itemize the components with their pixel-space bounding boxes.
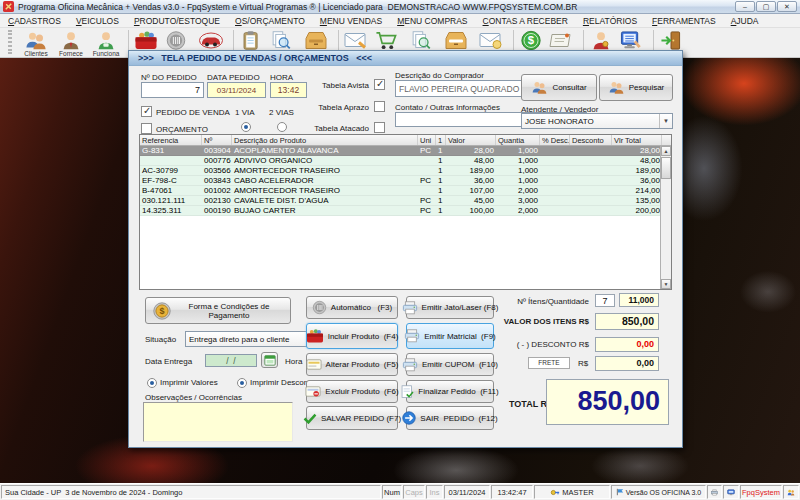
quote-checkbox[interactable] xyxy=(141,123,152,134)
two-copies-radio[interactable] xyxy=(277,122,287,132)
print-discounts-radio[interactable] xyxy=(237,378,247,388)
menu-item[interactable]: CONTAS A RECEBER xyxy=(483,16,568,26)
barcode-button[interactable] xyxy=(163,30,189,51)
grid-vertical-scrollbar[interactable]: ▲ ▼ xyxy=(660,146,671,289)
menu-item[interactable]: VEICULOS xyxy=(76,16,119,26)
order-date-field[interactable] xyxy=(207,82,266,98)
price-table-wholesale-label: Tabela Atacado xyxy=(307,124,369,133)
application-window: Programa Oficina Mecânica + Vendas v3.0 … xyxy=(0,0,800,500)
delete-product-button[interactable]: Excluir Produto (F6) xyxy=(306,380,398,403)
window-title-bar[interactable]: Programa Oficina Mecânica + Vendas v3.0 … xyxy=(0,0,800,14)
status-users[interactable] xyxy=(783,485,799,499)
dialog-title-bar[interactable]: >>> TELA PEDIDO DE VENDAS / ORÇAMENTOS <… xyxy=(129,51,682,66)
delivery-date-label: Data Entrega xyxy=(145,357,192,366)
status-location: Sua Cidade - UP 3 de Novembro de 2024 - … xyxy=(1,485,381,499)
menu-item[interactable]: AJUDA xyxy=(731,16,759,26)
receive-mail-button[interactable] xyxy=(478,30,504,51)
supplier-button[interactable]: Fornece xyxy=(58,30,84,57)
maximize-button[interactable]: ▢ xyxy=(756,1,776,12)
sale-order-checkbox[interactable] xyxy=(141,106,152,117)
grid-body: G-831 003904 ACOPLAMENTO ALAVANCA PC 1 2… xyxy=(140,146,671,216)
table-row[interactable]: 14.325.311 000190 BUJAO CARTER PC 1 100,… xyxy=(140,206,671,216)
admin-user-button[interactable] xyxy=(583,30,609,51)
status-printer[interactable] xyxy=(707,485,722,499)
table-row[interactable]: AC-30799 003566 AMORTECEDOR TRASEIRO 1 1… xyxy=(140,166,671,176)
order-number-field[interactable] xyxy=(141,82,204,98)
clients-icon xyxy=(24,30,48,51)
freight-button[interactable]: FRETE xyxy=(528,357,570,369)
calendar-icon xyxy=(264,354,276,366)
svg-text:$: $ xyxy=(527,34,534,46)
search-orders-icon xyxy=(409,30,433,51)
finalize-order-button[interactable]: Finalizar Pedido (F11) xyxy=(406,380,494,403)
one-copy-radio[interactable] xyxy=(241,122,251,132)
menu-item[interactable]: OS/ORÇAMENTO xyxy=(235,16,305,26)
exit-order-button[interactable]: SAIR PEDIDO (F12) xyxy=(406,406,494,430)
service-order-button[interactable] xyxy=(233,30,259,51)
edit-product-button[interactable]: Alterar Produto (F5) xyxy=(306,353,398,376)
vehicles-button[interactable] xyxy=(198,30,224,51)
send-mail-icon xyxy=(344,30,368,51)
order-time-field[interactable] xyxy=(270,82,307,98)
notes-label: Observações / Ocorrências xyxy=(145,393,242,402)
search-documents-icon xyxy=(269,30,293,51)
exit-button[interactable] xyxy=(653,30,679,51)
employee-button[interactable]: Funciona xyxy=(93,30,119,57)
consult-client-button[interactable]: Consultar xyxy=(521,74,597,101)
price-tag-button[interactable] xyxy=(548,30,574,51)
automatic-button[interactable]: Automático (F3) xyxy=(306,296,398,319)
menu-item[interactable]: MENU COMPRAS xyxy=(397,16,467,26)
minimize-button[interactable]: – xyxy=(735,1,755,12)
table-row[interactable]: EF-798-C 003843 CABO ACELERADOR PC 1 36,… xyxy=(140,176,671,186)
scroll-thumb[interactable] xyxy=(661,157,671,179)
table-row[interactable]: 000776 ADIVIVO ORGANICO 1 48,00 1,000 48… xyxy=(140,156,671,166)
computer-mini-icon xyxy=(727,488,735,497)
table-row[interactable]: G-831 003904 ACOPLAMENTO ALAVANCA PC 1 2… xyxy=(140,146,671,156)
salesperson-select[interactable]: JOSE HONORATO ▼ xyxy=(521,113,673,129)
table-row[interactable]: B-47061 001002 AMORTECEDOR TRASEIRO 1 10… xyxy=(140,186,671,196)
sales-cart-button[interactable] xyxy=(373,30,399,51)
search-client-button[interactable]: Pesquisar xyxy=(599,74,673,101)
quantity-field: 11,000 xyxy=(619,293,659,307)
orders-archive-button[interactable] xyxy=(443,30,469,51)
buyer-label: Descrição do Comprador xyxy=(395,71,484,80)
menu-item[interactable]: FERRAMENTAS xyxy=(652,16,716,26)
print-values-radio[interactable] xyxy=(147,378,157,388)
add-product-button[interactable]: Incluir Produto (F4) xyxy=(306,323,398,349)
delivery-date-field[interactable] xyxy=(205,354,257,367)
table-row[interactable]: 030.121.111 002130 CAVALETE DIST. D'AGUA… xyxy=(140,196,671,206)
price-table-cash-checkbox[interactable] xyxy=(374,79,385,90)
menu-item[interactable]: RELATÓRIOS xyxy=(583,16,637,26)
toolbar-grip[interactable] xyxy=(8,30,12,54)
save-order-button[interactable]: SALVAR PEDIDO (F7) xyxy=(306,406,398,430)
scroll-up-icon[interactable]: ▲ xyxy=(661,146,671,156)
status-computer[interactable] xyxy=(723,485,739,499)
menu-item[interactable]: PRODUTO/ESTOQUE xyxy=(134,16,220,26)
menu-item[interactable]: MENU VENDAS xyxy=(320,16,382,26)
service-order-clipboard-icon xyxy=(239,30,263,51)
price-table-term-checkbox[interactable] xyxy=(374,101,385,112)
menu-item[interactable]: CADASTROS xyxy=(8,16,61,26)
close-button[interactable]: ✕ xyxy=(777,1,797,12)
discount-field: 0,00 xyxy=(595,337,659,352)
currency-label: R$ xyxy=(578,359,588,368)
archive-button[interactable] xyxy=(303,30,329,51)
supplier-icon xyxy=(59,30,83,51)
search-people-icon xyxy=(608,80,625,95)
price-table-wholesale-checkbox[interactable] xyxy=(374,122,385,133)
scroll-down-icon[interactable]: ▼ xyxy=(661,279,671,289)
orders-monitor-button[interactable] xyxy=(618,30,644,51)
products-button[interactable] xyxy=(128,30,154,51)
money-button[interactable]: $ xyxy=(513,30,539,51)
send-mail-button[interactable] xyxy=(338,30,364,51)
orders-archive-icon xyxy=(444,30,468,51)
search-orders-button[interactable] xyxy=(408,30,434,51)
notes-textarea[interactable] xyxy=(143,402,293,442)
calendar-button[interactable] xyxy=(261,352,278,368)
print-receipt-button[interactable]: Emitir CUPOM (F10) xyxy=(406,353,494,376)
payment-terms-button[interactable]: $ Forma e Condições de Pagamento xyxy=(145,297,291,324)
status-version: Versão OS OFICINA 3.0 xyxy=(611,485,706,499)
items-qty-label: Nº Ítens/Quantidade xyxy=(459,297,589,306)
clients-button[interactable]: Clientes xyxy=(23,30,49,57)
search-documents-button[interactable] xyxy=(268,30,294,51)
